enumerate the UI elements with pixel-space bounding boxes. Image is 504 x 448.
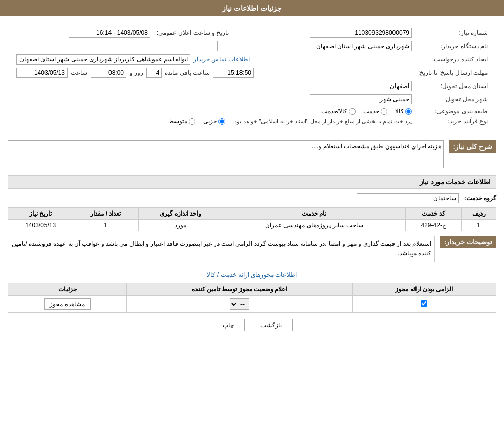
category-cell: کالا خدمت کالا/خدمت xyxy=(13,106,415,116)
need-number-label: شماره نیاز: xyxy=(415,26,491,39)
services-table-head: ردیف کد خدمت نام خدمت واحد اندازه گیری ت… xyxy=(8,208,496,220)
province-cell xyxy=(13,79,415,93)
category-label: طبقه بندی موضوعی: xyxy=(415,106,491,116)
province-label: استان محل تحویل: xyxy=(415,79,491,93)
print-button[interactable]: چاپ xyxy=(212,319,245,331)
table-row: شهر محل تحویل: xyxy=(13,93,491,106)
services-table-body: 1 ج-42-429 ساخت سایر پروژه‌های مهندسی عم… xyxy=(8,220,496,231)
cell-quantity: 1 xyxy=(73,220,138,231)
services-table: ردیف کد خدمت نام خدمت واحد اندازه گیری ت… xyxy=(8,207,496,231)
back-button[interactable]: بازگشت xyxy=(250,319,293,331)
province-input[interactable] xyxy=(310,81,412,91)
table-row: استان محل تحویل: xyxy=(13,79,491,93)
table-row: الزامی بودن ارائه مجوز اعلام وضعیت مجوز … xyxy=(8,283,496,296)
permissions-link[interactable]: اطلاعات مجوزهای ارائه خدمت / کالا xyxy=(8,271,496,279)
deadline-days-label: روز و xyxy=(129,69,143,76)
deadline-cell: ساعت باقی مانده روز و ساعت xyxy=(13,66,415,79)
purchase-jozi-text: جزیی xyxy=(203,118,217,125)
need-number-cell xyxy=(243,26,415,39)
page-header: جزئیات اطلاعات نیاز xyxy=(0,0,504,16)
col-row-num: ردیف xyxy=(462,208,496,220)
category-kala-label[interactable]: کالا xyxy=(395,108,412,115)
perm-required-checkbox[interactable] xyxy=(421,300,427,307)
info-table: شماره نیاز: تاریخ و ساعت اعلان عمومی: نا… xyxy=(13,26,491,126)
services-header: اطلاعات خدمات مورد نیاز xyxy=(8,175,496,189)
perm-status-select[interactable]: -- xyxy=(230,298,249,310)
action-buttons: بازگشت چاپ xyxy=(8,319,496,331)
table-row: نام دستگاه خریدار: xyxy=(13,39,491,53)
buyer-name-label: نام دستگاه خریدار: xyxy=(415,39,491,53)
deadline-time-input[interactable] xyxy=(91,68,126,78)
category-kala-khedmat-radio[interactable] xyxy=(349,108,356,115)
perm-col2: اعلام وضعیت مجوز توسط تامین کننده xyxy=(127,283,353,296)
page-title: جزئیات اطلاعات نیاز xyxy=(222,4,282,12)
table-row: ایجاد کننده درخواست: اطلاعات تماس خریدار xyxy=(13,53,491,66)
cell-need-date: 1403/05/13 xyxy=(8,220,73,231)
cell-unit: مورد xyxy=(138,220,223,231)
deadline-time-label: ساعت xyxy=(71,69,87,76)
col-service-code: کد خدمت xyxy=(406,208,462,220)
category-kala-khedmat-label[interactable]: کالا/خدمت xyxy=(321,108,356,115)
service-group-label: گروه خدمت: xyxy=(464,195,496,202)
contact-link[interactable]: اطلاعات تماس خریدار xyxy=(193,56,250,63)
permissions-table: الزامی بودن ارائه مجوز اعلام وضعیت مجوز … xyxy=(8,283,496,313)
permissions-table-head: الزامی بودن ارائه مجوز اعلام وضعیت مجوز … xyxy=(8,283,496,296)
category-kala-radio[interactable] xyxy=(405,108,412,115)
table-row: 1 ج-42-429 ساخت سایر پروژه‌های مهندسی عم… xyxy=(8,220,496,231)
perm-details-cell: مشاهده مجوز xyxy=(8,296,127,313)
buyer-notes-row: توضیحات خریدار: استعلام بعد از قیمت گذار… xyxy=(8,236,496,266)
permissions-table-body: -- مشاهده مجوز xyxy=(8,296,496,313)
category-kala-khedmat-text: کالا/خدمت xyxy=(321,108,347,115)
buyer-notes-content: استعلام بعد از قیمت گذاری و مهر و امضا ،… xyxy=(8,236,435,262)
buyer-notes-text: استعلام بعد از قیمت گذاری و مهر و امضا ،… xyxy=(12,240,431,257)
date-input[interactable] xyxy=(69,28,150,38)
date-cell xyxy=(13,26,154,39)
col-unit: واحد اندازه گیری xyxy=(138,208,223,220)
purchase-jozi-radio[interactable] xyxy=(218,118,225,125)
city-input[interactable] xyxy=(310,94,412,104)
deadline-date-input[interactable] xyxy=(16,68,68,78)
table-row: شماره نیاز: تاریخ و ساعت اعلان عمومی: xyxy=(13,26,491,39)
perm-required-cell xyxy=(352,296,496,313)
purchase-type-note: پرداخت تمام یا بخشی از مبلغ خریدار از مح… xyxy=(233,118,412,125)
need-number-input[interactable] xyxy=(310,28,412,38)
need-description-label: شرح کلی نیاز: xyxy=(449,140,496,153)
service-group-input[interactable] xyxy=(357,193,459,203)
table-row: -- مشاهده مجوز xyxy=(8,296,496,313)
deadline-remaining-label: ساعت باقی مانده xyxy=(165,69,210,76)
deadline-remaining-input[interactable] xyxy=(213,68,254,78)
creator-label: ایجاد کننده درخواست: xyxy=(415,53,491,66)
buyer-name-cell xyxy=(13,39,415,53)
view-permission-button[interactable]: مشاهده مجوز xyxy=(44,298,90,310)
category-khedmat-label[interactable]: خدمت xyxy=(363,108,387,115)
main-info-section: شماره نیاز: تاریخ و ساعت اعلان عمومی: نا… xyxy=(8,22,496,135)
table-row: طبقه بندی موضوعی: کالا خدمت کالا/خدمت xyxy=(13,106,491,116)
city-cell xyxy=(13,93,415,106)
purchase-jozi-label[interactable]: جزیی xyxy=(203,118,225,125)
buyer-name-input[interactable] xyxy=(217,41,412,51)
date-label: تاریخ و ساعت اعلان عمومی: xyxy=(154,26,232,39)
purchase-type-label: نوع فرآیند خرید: xyxy=(415,116,491,126)
category-kala-text: کالا xyxy=(395,108,404,115)
purchase-motavas-label[interactable]: متوسط xyxy=(168,118,195,125)
perm-col1: الزامی بودن ارائه مجوز xyxy=(352,283,496,296)
need-description-textarea[interactable]: هزینه اجرای فنداسیون طبق مشخصات استعلام … xyxy=(8,140,444,168)
city-label: شهر محل تحویل: xyxy=(415,93,491,106)
creator-input[interactable] xyxy=(16,54,190,65)
perm-status-cell: -- xyxy=(127,296,353,313)
purchase-type-cell: پرداخت تمام یا بخشی از مبلغ خریدار از مح… xyxy=(13,116,415,126)
col-service-name: نام خدمت xyxy=(223,208,406,220)
col-quantity: تعداد / مقدار xyxy=(73,208,138,220)
table-row: مهلت ارسال پاسخ: تا تاریخ: ساعت باقی مان… xyxy=(13,66,491,79)
col-need-date: تاریخ نیاز xyxy=(8,208,73,220)
creator-cell: اطلاعات تماس خریدار xyxy=(13,53,415,66)
purchase-motavas-radio[interactable] xyxy=(189,118,195,125)
deadline-days-input[interactable] xyxy=(146,68,162,78)
cell-service-code: ج-42-429 xyxy=(406,220,462,231)
purchase-motavas-text: متوسط xyxy=(168,118,187,125)
deadline-label: مهلت ارسال پاسخ: تا تاریخ: xyxy=(415,66,491,79)
category-khedmat-radio[interactable] xyxy=(381,108,387,115)
need-description-row: شرح کلی نیاز: هزینه اجرای فنداسیون طبق م… xyxy=(8,140,496,170)
need-description-cell: هزینه اجرای فنداسیون طبق مشخصات استعلام … xyxy=(8,140,444,170)
perm-col3: جزئیات xyxy=(8,283,127,296)
